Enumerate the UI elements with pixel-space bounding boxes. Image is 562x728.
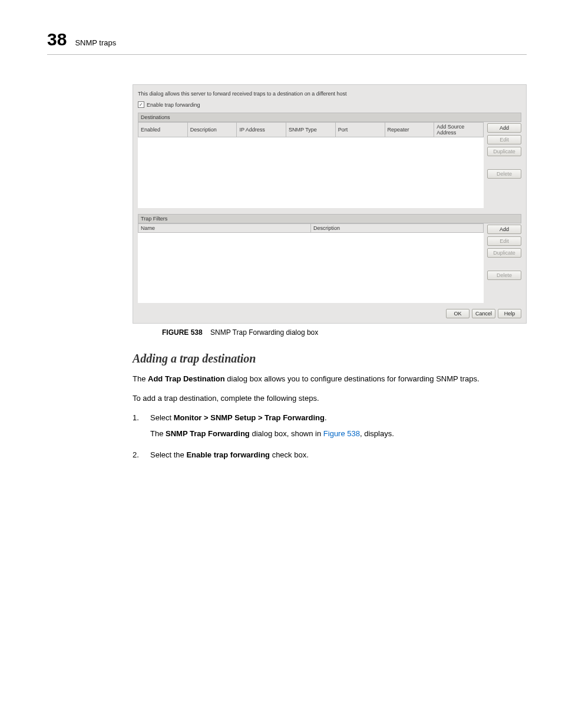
col-ip-address[interactable]: IP Address	[237, 123, 286, 137]
filters-duplicate-button[interactable]: Duplicate	[487, 248, 521, 258]
filters-empty	[138, 232, 484, 303]
chapter-number: 38	[47, 29, 67, 50]
step-list: 1. Select Monitor > SNMP Setup > Trap Fo…	[133, 413, 527, 466]
filters-panel: Name Description Add Edit Duplicate Dele…	[138, 223, 521, 304]
figure-caption: FIGURE 538 SNMP Trap Forwarding dialog b…	[162, 328, 527, 337]
figure-text: SNMP Trap Forwarding dialog box	[210, 328, 318, 337]
col-filter-description[interactable]: Description	[311, 223, 484, 232]
cancel-button[interactable]: Cancel	[472, 309, 495, 318]
step-2-number: 2.	[133, 450, 143, 466]
destinations-table: Enabled Description IP Address SNMP Type…	[138, 122, 484, 208]
destinations-duplicate-button[interactable]: Duplicate	[487, 147, 521, 156]
enable-trap-forwarding-label: Enable trap forwarding	[147, 102, 200, 108]
filters-add-button[interactable]: Add	[487, 225, 521, 234]
figure-link[interactable]: Figure 538	[323, 429, 360, 438]
dialog-hint: This dialog allows this server to forwar…	[138, 91, 521, 97]
filters-edit-button[interactable]: Edit	[487, 236, 521, 246]
col-description[interactable]: Description	[187, 123, 237, 137]
filters-panel-title: Trap Filters	[138, 214, 521, 223]
col-add-source-address[interactable]: Add Source Address	[434, 123, 484, 137]
figure-label: FIGURE 538	[162, 328, 203, 337]
filters-table: Name Description	[138, 223, 484, 304]
destinations-add-button[interactable]: Add	[487, 123, 521, 133]
col-enabled[interactable]: Enabled	[138, 123, 188, 137]
col-filter-name[interactable]: Name	[138, 223, 311, 232]
filters-delete-button[interactable]: Delete	[487, 271, 521, 280]
destinations-panel-title: Destinations	[138, 113, 521, 122]
destinations-panel: Enabled Description IP Address SNMP Type…	[138, 122, 521, 208]
enable-trap-forwarding-checkbox[interactable]: ✓	[138, 101, 144, 108]
page-header: 38 SNMP traps	[47, 29, 527, 55]
section-heading: Adding a trap destination	[133, 352, 527, 365]
chapter-title: SNMP traps	[75, 38, 116, 47]
destinations-empty	[138, 137, 484, 208]
help-button[interactable]: Help	[498, 309, 521, 318]
step-1: 1. Select Monitor > SNMP Setup > Trap Fo…	[133, 413, 527, 444]
snmp-trap-forwarding-dialog: This dialog allows this server to forwar…	[133, 84, 527, 324]
destinations-delete-button[interactable]: Delete	[487, 169, 521, 179]
col-snmp-type[interactable]: SNMP Type	[286, 123, 336, 137]
col-port[interactable]: Port	[335, 123, 385, 137]
step-1-number: 1.	[133, 413, 143, 444]
paragraph-2: To add a trap destination, complete the …	[133, 393, 527, 404]
step-2: 2. Select the Enable trap forwarding che…	[133, 450, 527, 466]
destinations-edit-button[interactable]: Edit	[487, 135, 521, 144]
ok-button[interactable]: OK	[446, 309, 470, 318]
paragraph-1: The Add Trap Destination dialog box allo…	[133, 374, 527, 385]
col-repeater[interactable]: Repeater	[385, 123, 434, 137]
